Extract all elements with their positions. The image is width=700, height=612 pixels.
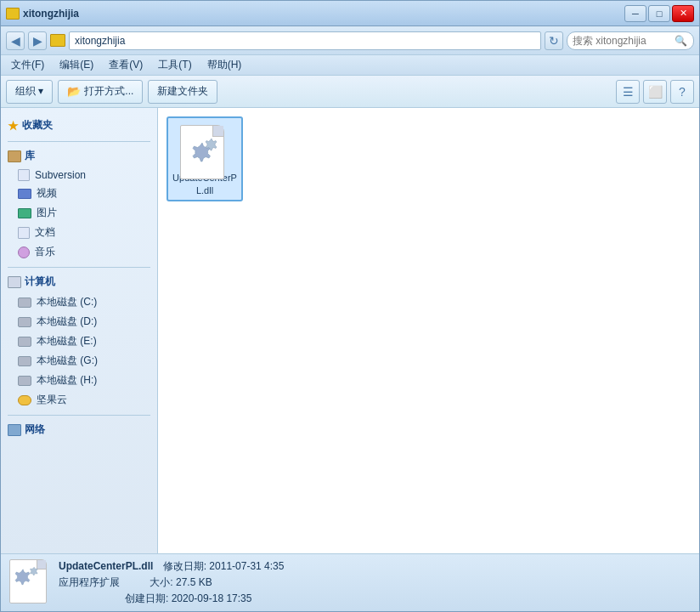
music-icon (18, 246, 30, 258)
address-bar: ◀ ▶ ↻ 🔍 (1, 26, 699, 55)
minimize-button[interactable]: ─ (624, 5, 646, 22)
menu-help[interactable]: 帮助(H) (200, 56, 249, 74)
sidebar: ★ 收藏夹 库 Subversion 视频 (1, 108, 158, 553)
cloud-label: 坚果云 (37, 393, 67, 407)
image-label: 图片 (37, 206, 57, 220)
menu-edit[interactable]: 编辑(E) (53, 56, 100, 74)
doc-icon (18, 227, 30, 239)
favorites-label: 收藏夹 (22, 118, 53, 133)
sidebar-item-image[interactable]: 图片 (1, 203, 157, 223)
open-button[interactable]: 📂 打开方式... (58, 80, 143, 104)
status-type-row: 应用程序扩展 大小: 27.5 KB (59, 575, 284, 590)
organize-button[interactable]: 组织 ▾ (6, 80, 53, 104)
close-button[interactable]: ✕ (672, 5, 694, 22)
computer-label: 计算机 (25, 275, 55, 289)
menu-tools[interactable]: 工具(T) (151, 56, 198, 74)
drive-g-icon (18, 356, 31, 366)
image-icon (18, 208, 31, 218)
window: xitongzhijia ─ □ ✕ ◀ ▶ ↻ 🔍 文件(F) 编辑(E) 查… (0, 0, 700, 612)
network-section: 网络 (1, 419, 157, 440)
drive-g-label: 本地磁盘 (G:) (37, 354, 98, 368)
status-type-text: 应用程序扩展 (59, 576, 120, 588)
status-created-row: 创建日期: 2020-09-18 17:35 (59, 592, 284, 606)
cloud-icon (18, 395, 31, 405)
newfolder-button[interactable]: 新建文件夹 (148, 80, 217, 104)
open-label: 打开方式... (84, 84, 133, 99)
menu-view[interactable]: 查看(V) (102, 56, 150, 74)
title-folder-icon (6, 8, 20, 20)
back-button[interactable]: ◀ (6, 31, 25, 50)
drive-h-icon (18, 376, 31, 386)
library-label: 库 (25, 149, 35, 163)
status-size-text: 大小: 27.5 KB (150, 576, 212, 588)
status-info: UpdateCenterPL.dll 修改日期: 2011-07-31 4:35… (59, 559, 284, 606)
drive-e-label: 本地磁盘 (E:) (37, 334, 97, 348)
help-button[interactable]: ? (670, 80, 694, 104)
network-label: 网络 (25, 422, 45, 437)
address-input[interactable] (69, 31, 541, 50)
drive-h-label: 本地磁盘 (H:) (37, 373, 97, 388)
network-header[interactable]: 网络 (1, 419, 157, 440)
sidebar-item-drive-h[interactable]: 本地磁盘 (H:) (1, 371, 157, 390)
sidebar-item-cloud[interactable]: 坚果云 (1, 390, 157, 410)
search-box: 🔍 (567, 31, 694, 50)
main-content: ★ 收藏夹 库 Subversion 视频 (1, 108, 699, 553)
file-item-dll[interactable]: UpdateCenterPL.dll (167, 116, 243, 201)
sidebar-item-subversion[interactable]: Subversion (1, 167, 157, 184)
sidebar-item-drive-e[interactable]: 本地磁盘 (E:) (1, 332, 157, 351)
forward-button[interactable]: ▶ (28, 31, 47, 50)
favorites-header[interactable]: ★ 收藏夹 (1, 115, 157, 136)
library-header[interactable]: 库 (1, 145, 157, 167)
status-modified-text: 修改日期: 2011-07-31 4:35 (163, 560, 285, 572)
title-bar-controls: ─ □ ✕ (624, 5, 694, 22)
subversion-label: Subversion (35, 169, 86, 181)
menu-file[interactable]: 文件(F) (4, 56, 51, 74)
search-icon[interactable]: 🔍 (675, 35, 687, 47)
file-area[interactable]: UpdateCenterPL.dll (158, 108, 699, 553)
music-label: 音乐 (35, 245, 55, 259)
toolbar: 组织 ▾ 📂 打开方式... 新建文件夹 ☰ ⬜ ? (1, 76, 699, 108)
status-filename: UpdateCenterPL.dll 修改日期: 2011-07-31 4:35 (59, 559, 284, 574)
drive-d-icon (18, 317, 31, 327)
menu-bar: 文件(F) 编辑(E) 查看(V) 工具(T) 帮助(H) (1, 55, 699, 76)
drive-d-label: 本地磁盘 (D:) (37, 314, 97, 329)
computer-header[interactable]: 计算机 (1, 271, 157, 292)
computer-icon (8, 276, 21, 288)
drive-e-icon (18, 337, 31, 347)
star-icon: ★ (8, 119, 19, 133)
divider-3 (8, 415, 150, 416)
computer-section: 计算机 本地磁盘 (C:) 本地磁盘 (D:) 本地磁盘 (E:) 本地磁盘 (… (1, 271, 157, 410)
doc-label: 文档 (35, 225, 55, 240)
divider-2 (8, 267, 150, 268)
subversion-icon (18, 169, 30, 181)
video-icon (18, 189, 31, 199)
status-created-text: 创建日期: 2020-09-18 17:35 (125, 592, 251, 604)
maximize-button[interactable]: □ (648, 5, 670, 22)
sidebar-item-music[interactable]: 音乐 (1, 242, 157, 262)
toolbar-right: ☰ ⬜ ? (616, 80, 694, 104)
library-section: 库 Subversion 视频 图片 文档 (1, 145, 157, 262)
status-file-icon (9, 559, 50, 607)
sidebar-item-video[interactable]: 视频 (1, 184, 157, 203)
pane-button[interactable]: ⬜ (643, 80, 667, 104)
sidebar-item-drive-c[interactable]: 本地磁盘 (C:) (1, 292, 157, 312)
sidebar-item-drive-d[interactable]: 本地磁盘 (D:) (1, 312, 157, 332)
dll-file-icon (180, 125, 229, 168)
search-input[interactable] (573, 35, 675, 47)
title-text: xitongzhijia (23, 8, 79, 20)
view-button[interactable]: ☰ (616, 80, 640, 104)
video-label: 视频 (37, 186, 57, 201)
refresh-button[interactable]: ↻ (545, 31, 563, 50)
address-folder-icon (50, 34, 65, 47)
favorites-section: ★ 收藏夹 (1, 115, 157, 136)
divider-1 (8, 141, 150, 142)
title-bar: xitongzhijia ─ □ ✕ (1, 1, 699, 26)
drive-c-label: 本地磁盘 (C:) (37, 295, 97, 309)
dll-gear (183, 132, 221, 169)
network-icon (8, 424, 21, 436)
sidebar-item-doc[interactable]: 文档 (1, 223, 157, 242)
sidebar-item-drive-g[interactable]: 本地磁盘 (G:) (1, 351, 157, 371)
drive-c-icon (18, 298, 31, 308)
status-filename-text: UpdateCenterPL.dll (59, 560, 153, 572)
open-icon: 📂 (67, 85, 81, 98)
